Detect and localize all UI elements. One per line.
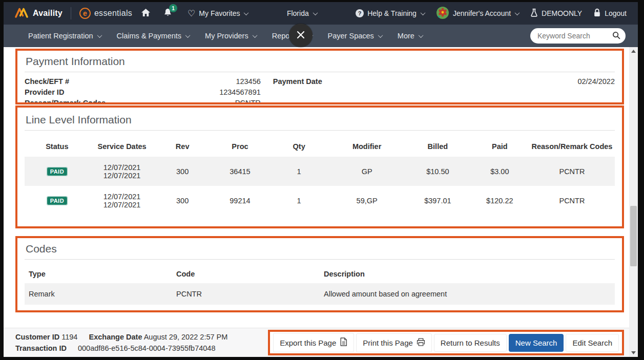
essentials-brand[interactable]: e essentials bbox=[79, 8, 132, 19]
status-badge: PAID bbox=[47, 196, 68, 205]
service-date-to: 12/07/2021 bbox=[92, 172, 153, 180]
cell-service-dates: 12/07/2021 12/07/2021 bbox=[90, 186, 155, 215]
nav-patient-registration[interactable]: Patient Registration bbox=[28, 32, 101, 40]
demo-mode-indicator[interactable]: DEMOONLY bbox=[530, 8, 582, 18]
new-search-button[interactable]: New Search bbox=[509, 334, 564, 352]
close-icon bbox=[296, 30, 305, 41]
logout-label: Logout bbox=[605, 9, 627, 17]
nav-my-providers[interactable]: My Providers bbox=[205, 32, 257, 40]
cell-billed: $10.50 bbox=[405, 157, 470, 186]
content-area: Payment Information Check/EFT # 123456 P… bbox=[4, 47, 638, 328]
footer-bar: Customer ID 1194 Exchange Date August 29… bbox=[4, 328, 638, 357]
nav-item-label: Claims & Payments bbox=[117, 32, 182, 40]
nav-more[interactable]: More bbox=[398, 32, 423, 40]
meta-line-2: Transaction ID 000adf86-e516-5c84-0004-7… bbox=[15, 343, 227, 354]
notifications-button[interactable]: 1 bbox=[163, 8, 172, 18]
nav-item-label: Payer Spaces bbox=[328, 32, 374, 40]
col-paid: Paid bbox=[470, 135, 529, 157]
table-row: PAID 12/07/2021 12/07/2021 300 99214 1 5… bbox=[25, 186, 615, 215]
export-page-button[interactable]: Export this Page bbox=[273, 333, 354, 352]
field-label: Provider ID bbox=[25, 87, 64, 98]
account-menu[interactable]: Jennifer's Account bbox=[436, 6, 519, 21]
chevron-down-icon bbox=[378, 33, 383, 38]
cell-modifier: 59,GP bbox=[328, 186, 405, 215]
section-divider bbox=[25, 259, 615, 260]
heart-icon: ♡ bbox=[188, 9, 195, 18]
keyword-search bbox=[530, 28, 626, 44]
chevron-down-icon bbox=[244, 10, 249, 15]
field-label: Reason/Remark Codes bbox=[25, 98, 106, 104]
field-value: 123456 bbox=[236, 76, 260, 87]
nav-payer-spaces[interactable]: Payer Spaces bbox=[328, 32, 382, 40]
help-training-menu[interactable]: ? Help & Training bbox=[356, 9, 425, 17]
availity-logo-icon bbox=[14, 7, 29, 20]
keyword-search-input[interactable] bbox=[537, 32, 612, 40]
logout-button[interactable]: Logout bbox=[593, 8, 627, 18]
payment-fields: Check/EFT # 123456 Provider ID 123456789… bbox=[25, 76, 615, 104]
field-label: Payment Date bbox=[273, 76, 322, 87]
search-icon[interactable] bbox=[612, 31, 620, 41]
exchange-date-value: August 29, 2022 2:57 PM bbox=[144, 333, 228, 341]
col-status: Status bbox=[25, 135, 90, 157]
scrollbar-thumb[interactable] bbox=[630, 206, 637, 266]
transaction-id-value: 000adf86-e516-5c84-0004-73955fb74048 bbox=[78, 344, 215, 352]
footer-actions: Export this Page Print this Page Retu bbox=[268, 330, 624, 355]
status-badge: PAID bbox=[47, 167, 68, 176]
edit-search-label: Edit Search bbox=[572, 338, 612, 347]
close-overlay-button[interactable] bbox=[289, 24, 313, 47]
service-date-from: 12/07/2021 bbox=[92, 193, 153, 201]
meta-line-1: Customer ID 1194 Exchange Date August 29… bbox=[15, 331, 227, 343]
col-proc: Proc bbox=[211, 135, 269, 157]
avatar bbox=[436, 6, 449, 21]
col-reason-remark-codes: Reason/Remark Codes bbox=[529, 135, 615, 157]
notification-count-badge: 1 bbox=[169, 4, 177, 12]
table-header-row: Type Code Description bbox=[25, 264, 615, 283]
help-label: Help & Training bbox=[367, 9, 417, 17]
return-to-results-button[interactable]: Return to Results bbox=[434, 334, 507, 352]
home-button[interactable] bbox=[141, 9, 150, 18]
availity-brand[interactable]: Availity bbox=[14, 7, 63, 20]
field-payment-date: Payment Date 02/24/2022 bbox=[273, 76, 615, 87]
col-billed: Billed bbox=[405, 135, 470, 157]
region-menu[interactable]: Florida bbox=[287, 9, 317, 17]
cell-code: PCNTR bbox=[172, 283, 320, 305]
cell-status: PAID bbox=[25, 157, 90, 186]
cell-modifier: GP bbox=[328, 157, 405, 186]
scroll-down-arrow[interactable] bbox=[629, 349, 638, 357]
cell-rev: 300 bbox=[154, 157, 210, 186]
cell-status: PAID bbox=[25, 186, 90, 215]
field-reason-remark-codes: Reason/Remark Codes PCNTR bbox=[25, 98, 261, 104]
document-icon bbox=[340, 337, 347, 348]
chevron-down-icon bbox=[418, 33, 423, 38]
nav-item-label: Patient Registration bbox=[28, 32, 93, 40]
cell-service-dates: 12/07/2021 12/07/2021 bbox=[90, 157, 155, 186]
scroll-up-arrow[interactable] bbox=[629, 47, 638, 55]
cell-codes: PCNTR bbox=[529, 186, 615, 215]
transaction-id-label: Transaction ID bbox=[15, 344, 67, 352]
edit-search-button[interactable]: Edit Search bbox=[566, 334, 619, 352]
customer-id-label: Customer ID bbox=[15, 333, 59, 341]
nav-item-label: More bbox=[398, 32, 414, 40]
my-favorites-menu[interactable]: ♡ My Favorites bbox=[188, 9, 248, 18]
cell-proc: 99214 bbox=[211, 186, 269, 215]
table-row: PAID 12/07/2021 12/07/2021 300 36415 1 G… bbox=[25, 157, 615, 186]
printer-icon bbox=[417, 338, 425, 348]
cell-description: Allowed amount based on agreement bbox=[320, 283, 615, 305]
nav-claims-payments[interactable]: Claims & Payments bbox=[117, 32, 190, 40]
customer-id-value: 1194 bbox=[61, 333, 77, 341]
return-label: Return to Results bbox=[441, 338, 500, 347]
chevron-down-icon bbox=[313, 10, 318, 15]
print-label: Print this Page bbox=[363, 338, 413, 347]
home-icon bbox=[141, 9, 150, 18]
col-code: Code bbox=[172, 264, 320, 283]
print-page-button[interactable]: Print this Page bbox=[356, 333, 432, 352]
cell-paid: $3.00 bbox=[470, 157, 529, 186]
exchange-date-label: Exchange Date bbox=[89, 333, 142, 341]
cell-paid: $120.22 bbox=[470, 186, 529, 215]
service-date-from: 12/07/2021 bbox=[92, 163, 153, 172]
nav-divider bbox=[71, 7, 71, 19]
section-divider bbox=[25, 130, 615, 131]
line-level-table: Status Service Dates Rev Proc Qty Modifi… bbox=[25, 135, 615, 215]
region-label: Florida bbox=[287, 9, 309, 17]
cell-codes: PCNTR bbox=[529, 157, 615, 186]
